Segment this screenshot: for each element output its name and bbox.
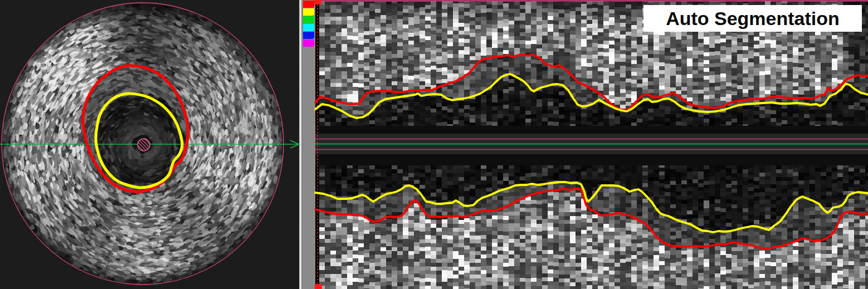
auto-segmentation-label: Auto Segmentation	[643, 5, 862, 32]
auto-segmentation-label-text: Auto Segmentation	[666, 8, 840, 30]
vessel-contour[interactable]	[83, 66, 188, 192]
vessel-contour-top[interactable]	[315, 55, 868, 110]
color-swatch-red[interactable]	[303, 1, 314, 8]
transverse-view-panel	[0, 0, 299, 289]
ivus-analysis-app: Auto Segmentation	[0, 0, 868, 289]
longitudinal-overlay	[315, 0, 868, 289]
color-swatch-yellow[interactable]	[303, 8, 314, 16]
catheter-marker[interactable]	[138, 139, 150, 151]
color-swatch-cyan[interactable]	[303, 24, 314, 31]
transverse-overlay	[0, 0, 299, 289]
frame-position-marker-top[interactable]	[314, 0, 321, 4]
lumen-contour-bottom[interactable]	[315, 182, 868, 232]
color-swatch-blue[interactable]	[303, 32, 314, 39]
lumen-contour-top[interactable]	[315, 74, 868, 118]
color-swatch-magenta[interactable]	[303, 40, 314, 47]
color-swatch-green[interactable]	[303, 16, 314, 23]
frame-position-marker-bottom[interactable]	[315, 284, 322, 289]
longitudinal-view-panel: Auto Segmentation	[315, 0, 868, 289]
tool-strip	[303, 0, 315, 289]
